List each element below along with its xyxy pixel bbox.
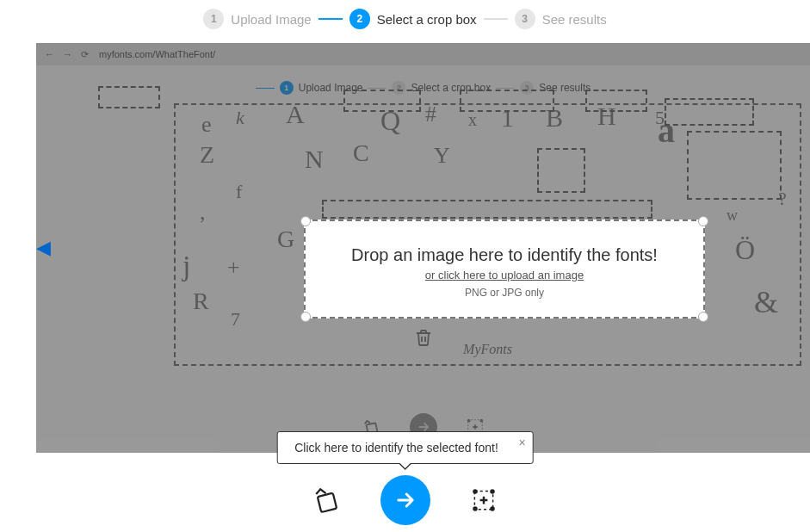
step-line-1: [318, 18, 343, 20]
crop-note: PNG or JPG only: [323, 287, 686, 299]
step-1: 1 Upload Image: [203, 9, 311, 29]
crop-toolbar: [312, 475, 499, 525]
add-crop-button[interactable]: [468, 485, 499, 516]
identify-font-button[interactable]: [380, 475, 430, 525]
crop-handle-tr[interactable]: [698, 216, 708, 226]
wizard-stepper: 1 Upload Image 2 Select a crop box 3 See…: [0, 0, 810, 41]
step-2-circle: 2: [349, 9, 370, 29]
crop-content: Drop an image here to identify the fonts…: [306, 221, 703, 323]
uploaded-image-area[interactable]: ◀ ← → ⟳ myfonts.com/WhatTheFont/ 1 Uploa…: [36, 43, 810, 453]
svg-rect-6: [317, 493, 336, 512]
step-3-label: See results: [542, 12, 607, 27]
tooltip-close-button[interactable]: ×: [519, 436, 526, 449]
step-3-circle: 3: [515, 9, 535, 29]
step-2-label: Select a crop box: [377, 12, 477, 27]
crop-box[interactable]: Drop an image here to identify the fonts…: [304, 220, 705, 319]
step-1-circle: 1: [203, 9, 224, 29]
step-line-2: [484, 18, 508, 20]
rotate-button[interactable]: [312, 485, 343, 516]
crop-handle-tl[interactable]: [300, 216, 311, 226]
tooltip-text: Click here to identify the selected font…: [294, 441, 498, 455]
crop-title: Drop an image here to identify the fonts…: [323, 245, 686, 265]
crop-handle-br[interactable]: [698, 312, 708, 322]
crop-sub: or click here to upload an image: [323, 269, 686, 281]
identify-tooltip: Click here to identify the selected font…: [276, 431, 534, 464]
step-1-label: Upload Image: [231, 12, 311, 27]
step-2: 2 Select a crop box: [349, 9, 477, 29]
delete-crop-button[interactable]: [413, 327, 434, 351]
prev-image-arrow[interactable]: ◀: [36, 237, 51, 259]
tooltip-arrow: [398, 463, 411, 470]
crop-handle-bl[interactable]: [300, 312, 311, 322]
step-3: 3 See results: [515, 9, 607, 29]
